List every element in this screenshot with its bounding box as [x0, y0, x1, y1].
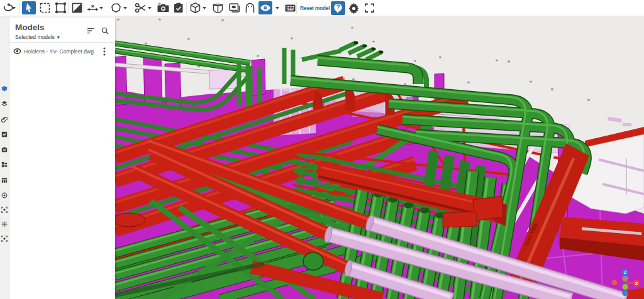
svg-text:Z: Z — [624, 270, 626, 275]
svg-text:X: X — [635, 281, 638, 286]
svg-text:?: ? — [336, 4, 340, 11]
